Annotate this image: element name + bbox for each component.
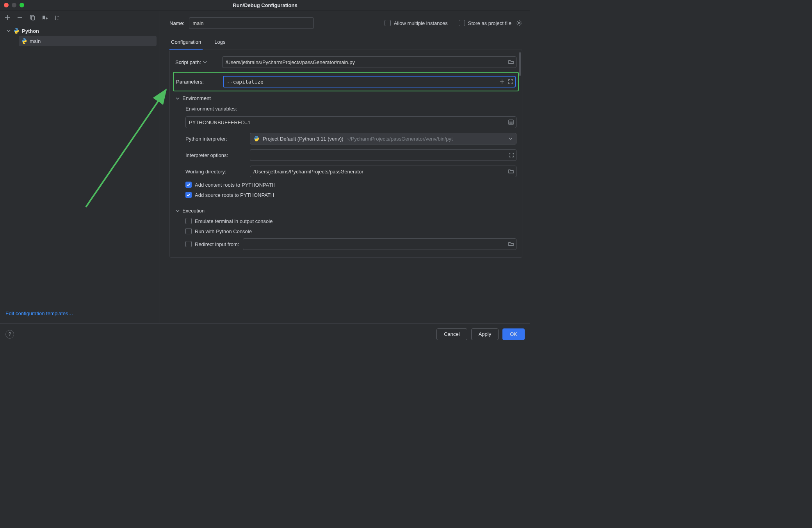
interpreter-options-input[interactable] <box>250 149 516 161</box>
config-tree: Python main <box>0 24 160 48</box>
sidebar-toolbar: az <box>0 11 160 24</box>
tab-configuration[interactable]: Configuration <box>169 36 203 50</box>
env-vars-label: Environment variables: <box>185 106 237 112</box>
python-icon <box>21 38 27 44</box>
config-list-sidebar: az Python main Edit configuration <box>0 11 160 323</box>
add-icon[interactable] <box>4 14 11 21</box>
chevron-down-icon <box>508 136 513 141</box>
chevron-down-icon <box>175 209 180 213</box>
interpreter-value: Project Default (Python 3.11 (venv)) <box>263 136 344 142</box>
execution-section-header[interactable]: Execution <box>170 205 522 216</box>
redirect-input-checkbox[interactable]: Redirect input from: <box>185 241 239 247</box>
svg-text:z: z <box>57 18 59 20</box>
interpreter-options-label: Interpreter options: <box>185 152 246 158</box>
config-main-panel: Name: Allow multiple instances Store as … <box>160 11 530 323</box>
working-directory-input[interactable] <box>250 166 516 177</box>
gear-icon[interactable] <box>516 20 522 26</box>
script-path-label[interactable]: Script path: <box>175 59 218 65</box>
folder-icon[interactable] <box>508 59 514 65</box>
chevron-down-icon <box>203 60 207 64</box>
edit-templates-link[interactable]: Edit configuration templates… <box>5 310 73 316</box>
parameters-row: Parameters: <box>173 72 519 91</box>
svg-text:a: a <box>57 15 59 18</box>
environment-section-header[interactable]: Environment <box>170 93 522 103</box>
sort-alpha-icon[interactable]: az <box>54 14 61 21</box>
apply-button[interactable]: Apply <box>471 328 499 340</box>
chevron-down-icon <box>6 29 11 33</box>
panel-scrollbar[interactable] <box>519 52 521 76</box>
run-with-console-checkbox[interactable]: Run with Python Console <box>185 228 252 234</box>
save-template-icon[interactable] <box>41 14 48 21</box>
store-as-file-checkbox[interactable]: Store as project file <box>459 20 522 26</box>
list-icon[interactable] <box>508 119 514 125</box>
window-controls <box>4 3 24 7</box>
allow-multiple-label: Allow multiple instances <box>394 20 448 26</box>
window-title: Run/Debug Configurations <box>233 2 297 8</box>
svg-rect-1 <box>32 16 35 20</box>
zoom-window-button[interactable] <box>20 3 24 7</box>
copy-icon[interactable] <box>29 14 36 21</box>
tree-group-label: Python <box>22 28 39 34</box>
expand-icon[interactable] <box>508 79 513 84</box>
redirect-input-path[interactable] <box>243 238 516 250</box>
configuration-panel: Script path: Parameters: <box>169 50 522 258</box>
folder-icon[interactable] <box>508 168 514 175</box>
expand-icon[interactable] <box>509 152 514 158</box>
tab-logs[interactable]: Logs <box>213 36 227 50</box>
help-button[interactable]: ? <box>5 330 14 339</box>
plus-icon[interactable] <box>499 79 505 84</box>
close-window-button[interactable] <box>4 3 9 7</box>
tree-group-python[interactable]: Python <box>4 26 157 36</box>
chevron-down-icon <box>175 96 180 101</box>
tree-item-label: main <box>30 38 41 44</box>
emulate-terminal-checkbox[interactable]: Emulate terminal in output console <box>185 218 272 224</box>
store-as-file-label: Store as project file <box>468 20 511 26</box>
allow-multiple-checkbox[interactable]: Allow multiple instances <box>385 20 448 26</box>
env-vars-input[interactable] <box>185 116 516 128</box>
titlebar: Run/Debug Configurations <box>0 0 530 11</box>
interpreter-label: Python interpreter: <box>185 136 246 142</box>
cancel-button[interactable]: Cancel <box>436 328 467 340</box>
remove-icon[interactable] <box>16 14 23 21</box>
tabs: Configuration Logs <box>169 36 522 50</box>
interpreter-select[interactable]: Project Default (Python 3.11 (venv)) ~/P… <box>250 133 516 144</box>
python-icon <box>13 28 20 34</box>
parameters-label: Parameters: <box>176 79 219 85</box>
working-directory-label: Working directory: <box>185 169 246 175</box>
minimize-window-button[interactable] <box>12 3 16 7</box>
add-source-roots-checkbox[interactable]: Add source roots to PYTHONPATH <box>185 192 274 198</box>
add-content-roots-checkbox[interactable]: Add content roots to PYTHONPATH <box>185 182 276 188</box>
ok-button[interactable]: OK <box>502 328 525 340</box>
tree-item-main[interactable]: main <box>19 36 157 46</box>
folder-icon[interactable] <box>508 241 514 247</box>
python-icon <box>253 136 260 142</box>
svg-point-4 <box>518 22 520 24</box>
dialog-button-bar: ? Cancel Apply OK <box>0 323 530 344</box>
name-input[interactable] <box>189 17 314 29</box>
parameters-input[interactable] <box>223 76 516 87</box>
script-path-input[interactable] <box>222 56 516 68</box>
name-label: Name: <box>169 20 184 26</box>
interpreter-path: ~/PycharmProjects/passGenerator/venv/bin… <box>347 136 453 142</box>
